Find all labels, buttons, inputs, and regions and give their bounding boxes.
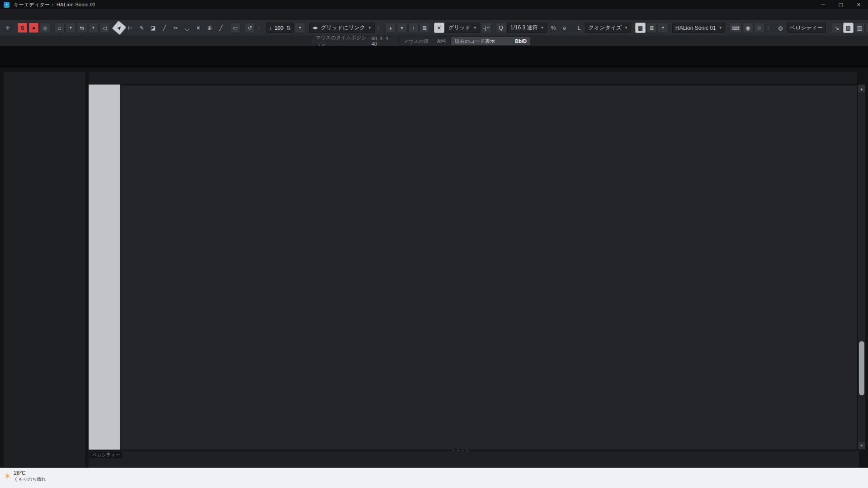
- left-zone-inspector: [4, 72, 85, 467]
- step-input-button[interactable]: ⌨: [729, 23, 741, 33]
- windows-taskbar: ☀ 28°C くもりのち晴れ: [0, 468, 868, 488]
- trim-tool[interactable]: ⊢: [125, 23, 136, 33]
- erase-tool[interactable]: ◪: [148, 23, 158, 33]
- scrollbar-thumb[interactable]: [859, 341, 864, 395]
- current-chord-display: 現在のコード表示Bb/D: [451, 37, 530, 45]
- snap-type-dropdown[interactable]: グリッド ▼: [445, 23, 480, 33]
- minimize-button[interactable]: ─: [821, 2, 825, 8]
- quantize-q-icon[interactable]: Q: [496, 23, 506, 33]
- info-line: [0, 46, 868, 67]
- record-in-editor-button[interactable]: ●: [28, 23, 39, 33]
- nudge-settings-button[interactable]: ≣: [420, 23, 430, 33]
- quantize-preset-dropdown[interactable]: 1/16 3 連符 ▼: [507, 23, 547, 33]
- audition-button[interactable]: ◁: [99, 23, 110, 33]
- chevron-down-icon: ▼: [473, 26, 477, 30]
- pitch-visibility-button[interactable]: ▦: [635, 23, 646, 33]
- pitch-options-button[interactable]: ≣: [646, 23, 657, 33]
- event-colors-label: ベロシティー: [790, 24, 823, 32]
- autoscroll-button[interactable]: ⌂: [54, 23, 65, 33]
- mouse-time-position: マウスのタイムポジション68. 4. 4. 40: [312, 37, 398, 45]
- grid-plusminus-button[interactable]: -|+: [481, 23, 492, 33]
- workspace: ベロシティー · · · · ▴ +: [0, 67, 868, 468]
- maximize-button[interactable]: ▢: [838, 2, 843, 8]
- lane-splitter-handle[interactable]: · · · ·: [453, 448, 469, 453]
- quantize-preset-label: 1/16 3 連符: [510, 24, 538, 32]
- solo-editor-button[interactable]: S: [17, 23, 28, 33]
- dots-separator-icon: ⋮: [256, 25, 261, 31]
- part-edit-options-dropdown[interactable]: ▼: [88, 23, 99, 33]
- weather-desc: くもりのち晴れ: [14, 476, 46, 483]
- dots-separator-icon: ⋮: [376, 25, 381, 31]
- pin-editor-button[interactable]: ✛: [3, 23, 13, 33]
- no-input-button[interactable]: ⊘: [754, 23, 764, 33]
- weather-temp: 28°C: [14, 470, 46, 476]
- timeline-ruler[interactable]: [120, 72, 857, 84]
- title-bar: ◖ キーエディター： HALion Sonic 01 ─ ▢ ✕: [0, 0, 868, 9]
- split-tool[interactable]: ✂: [170, 23, 181, 33]
- nudge-up-button[interactable]: ▲: [386, 23, 396, 33]
- object-selection-tool[interactable]: ➤: [112, 20, 126, 35]
- part-edit-mode-button[interactable]: ⇆: [77, 23, 87, 33]
- mute-tool[interactable]: ✕: [193, 23, 203, 33]
- scroll-up-button[interactable]: ▴: [858, 85, 865, 92]
- chevron-down-icon: ▼: [540, 26, 544, 30]
- mouse-value: マウスの値A#4: [400, 37, 449, 45]
- velocity-dropdown[interactable]: ▼: [295, 23, 305, 33]
- snap-type-label: グリッド: [448, 24, 471, 32]
- move-to-front-button[interactable]: ↑: [408, 23, 419, 33]
- link-to-grid-label: グリッドにリンク: [321, 24, 365, 32]
- pitch-visibility-dropdown[interactable]: ▼: [658, 23, 668, 33]
- snap-on-off-button[interactable]: ✕: [434, 23, 444, 33]
- dots-separator-icon: ⋮: [766, 25, 771, 31]
- track-selector-dropdown[interactable]: HALion Sonic 01 ▼: [672, 23, 725, 33]
- insert-velocity-value[interactable]: 100: [274, 25, 283, 31]
- velocity-down-icon: ↓: [269, 25, 272, 31]
- quantize-panel-button[interactable]: e: [559, 23, 570, 33]
- zoom-tool[interactable]: ⊕: [204, 23, 215, 33]
- glue-tool[interactable]: ◡: [182, 23, 192, 33]
- window-title: キーエディター： HALion Sonic 01: [14, 1, 96, 8]
- velocity-bars[interactable]: [120, 450, 857, 469]
- mouse-info-row: マウスのタイムポジション68. 4. 4. 40 マウスの値A#4 現在のコード…: [0, 36, 868, 46]
- velocity-lane-label[interactable]: ベロシティー: [90, 452, 123, 458]
- acoustic-feedback-button[interactable]: ◉: [40, 23, 50, 33]
- link-to-grid-dropdown[interactable]: ◀▶ グリッドにリンク ▼: [309, 23, 374, 33]
- chevron-down-icon: ▼: [624, 26, 628, 30]
- track-name-label: HALion Sonic 01: [675, 25, 716, 31]
- velocity-lane[interactable]: ベロシティー · · · ·: [89, 450, 859, 468]
- insert-velocity-control[interactable]: ↓ 100 ⇅: [266, 23, 294, 33]
- close-button[interactable]: ✕: [857, 2, 861, 8]
- autoscroll-options-dropdown[interactable]: ▼: [66, 23, 76, 33]
- menu-bar: [0, 9, 868, 20]
- cubase-key-editor-window: ◖ キーエディター： HALion Sonic 01 ─ ▢ ✕ ✛ S ● ◉…: [0, 0, 868, 488]
- nudge-down-button[interactable]: ▼: [397, 23, 407, 33]
- zoom-in-button[interactable]: +: [858, 442, 865, 449]
- iterative-quantize-button[interactable]: %: [548, 23, 558, 33]
- draw-tool[interactable]: ✎: [137, 23, 147, 33]
- length-quantize-icon: L: [574, 23, 584, 33]
- window-layout-a-button[interactable]: ▤: [843, 23, 854, 33]
- window-layout-b-button[interactable]: ▥: [854, 23, 865, 33]
- open-in-lower-zone-button[interactable]: ↘: [832, 23, 842, 33]
- note-grid[interactable]: [120, 84, 857, 450]
- chevron-down-icon: ▼: [368, 26, 372, 30]
- taskbar-weather-widget[interactable]: ☀ 28°C くもりのち晴れ: [4, 470, 46, 483]
- line-tool[interactable]: ╱: [159, 23, 170, 33]
- curve-tool[interactable]: ╱: [216, 23, 226, 33]
- toolbar: ✛ S ● ◉ ⌂ ▼ ⇆ ▼ ◁ ➤ ⊢ ✎ ◪ ╱ ✂ ◡ ✕ ⊕ ╱ ▭ …: [0, 20, 868, 36]
- auto-select-events-button[interactable]: ▭: [230, 23, 241, 33]
- chevron-down-icon: ▼: [718, 26, 722, 30]
- sun-icon: ☀: [4, 471, 11, 481]
- velocity-stepper-icon[interactable]: ⇅: [286, 25, 291, 31]
- vertical-scrollbar[interactable]: ▴ +: [857, 84, 865, 450]
- ruler-corner: [89, 72, 120, 84]
- length-quantize-label: クオンタイズ: [588, 24, 622, 32]
- length-quantize-dropdown[interactable]: クオンタイズ ▼: [585, 23, 631, 33]
- event-colors-dropdown[interactable]: ベロシティー: [787, 23, 826, 33]
- link-lr-icon: ◀▶: [312, 26, 318, 30]
- piano-keyboard[interactable]: [89, 84, 120, 450]
- independent-loop-button[interactable]: ↺: [245, 23, 255, 33]
- setup-window-layout-button[interactable]: ⊞: [866, 23, 868, 33]
- cubase-app-icon: ◖: [4, 2, 9, 8]
- midi-input-button[interactable]: ◉: [743, 23, 753, 33]
